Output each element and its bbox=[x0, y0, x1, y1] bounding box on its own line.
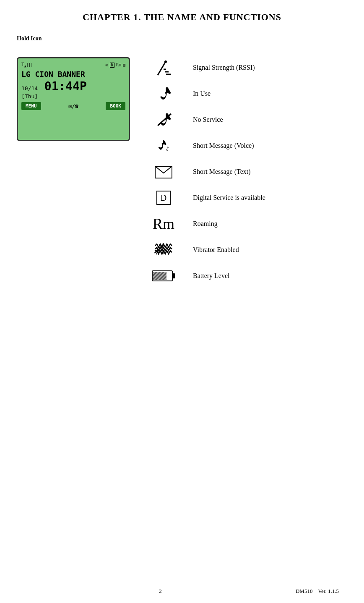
icon-row-roaming: Rm Roaming bbox=[143, 211, 347, 237]
no-service-label: No Service bbox=[185, 116, 347, 123]
footer-page-number: 2 bbox=[159, 588, 162, 595]
icon-row-sms-text: Short Message (Text) bbox=[143, 159, 347, 185]
phone-day: [Thu] bbox=[21, 93, 125, 100]
phone-signal: T▲||| bbox=[21, 62, 33, 68]
phone-status-bar: T▲||| ✉ D Rm ▤ bbox=[21, 62, 125, 68]
in-use-label: In Use bbox=[185, 90, 347, 97]
page-title: CHAPTER 1. THE NAME AND FUNCTIONS bbox=[0, 0, 364, 31]
icon-row-inuse: In Use bbox=[143, 81, 347, 107]
signal-strength-label: Signal Strength (RSSI) bbox=[185, 64, 347, 71]
icon-row-vibrator: ⁂ Vibrator Enabled bbox=[143, 237, 347, 263]
content-area: T▲||| ✉ D Rm ▤ LG CION BANNER 10/14 01:4… bbox=[0, 49, 364, 289]
phone-center-btn: ✉/☎ bbox=[68, 103, 78, 109]
phone-date: 10/14 01:44P bbox=[21, 79, 125, 93]
phone-icons: ✉ D Rm ▤ bbox=[105, 63, 125, 68]
footer-right: DM510 Ver. 1.1.5 bbox=[296, 588, 339, 595]
icon-row-noservice: No Service bbox=[143, 107, 347, 133]
sms-voice-svg: ℓ bbox=[154, 136, 173, 155]
digital-service-icon: D bbox=[143, 191, 185, 205]
svg-rect-13 bbox=[153, 272, 166, 280]
battery-level-label: Battery Level bbox=[185, 272, 347, 280]
roaming-label: Roaming bbox=[185, 220, 347, 228]
svg-point-4 bbox=[164, 60, 167, 63]
sms-voice-label: Short Message (Voice) bbox=[185, 142, 347, 149]
vibrator-svg: ⁂ bbox=[153, 241, 174, 258]
phone-menu-btn: MENU bbox=[21, 102, 41, 110]
in-use-icon bbox=[143, 84, 185, 103]
sms-voice-icon: ℓ bbox=[143, 136, 185, 155]
phone-book-btn: BOOK bbox=[106, 102, 125, 110]
phone-time: 01:44P bbox=[44, 79, 87, 93]
vibrator-icon: ⁂ bbox=[143, 241, 185, 258]
phone-mockup: T▲||| ✉ D Rm ▤ LG CION BANNER 10/14 01:4… bbox=[17, 57, 130, 141]
phone-rm-icon: Rm bbox=[116, 63, 121, 68]
no-service-icon bbox=[143, 110, 185, 129]
d-box: D bbox=[156, 191, 171, 205]
icon-row-digital: D Digital Service is available bbox=[143, 185, 347, 211]
page-footer: 2 DM510 Ver. 1.1.5 bbox=[0, 588, 364, 595]
phone-battery-icon: ▤ bbox=[123, 63, 125, 68]
roaming-icon: Rm bbox=[143, 215, 185, 233]
noservice-svg bbox=[154, 110, 173, 129]
signal-strength-icon bbox=[143, 58, 185, 78]
left-panel: T▲||| ✉ D Rm ▤ LG CION BANNER 10/14 01:4… bbox=[17, 53, 143, 289]
battery-level-icon bbox=[143, 269, 185, 283]
icon-row-signal: Signal Strength (RSSI) bbox=[143, 55, 347, 81]
sms-text-label: Short Message (Text) bbox=[185, 168, 347, 176]
battery-svg bbox=[151, 269, 176, 283]
phone-bottom-bar: MENU ✉/☎ BOOK bbox=[21, 102, 125, 110]
icon-row-sms-voice: ℓ Short Message (Voice) bbox=[143, 133, 347, 159]
svg-line-0 bbox=[158, 61, 166, 75]
inuse-svg bbox=[154, 84, 173, 103]
phone-d-icon: D bbox=[110, 63, 114, 68]
phone-carrier: LG CION BANNER bbox=[21, 70, 125, 79]
sms-text-icon bbox=[143, 164, 185, 180]
digital-service-label: Digital Service is available bbox=[185, 194, 347, 202]
section-label: Hold Icon bbox=[0, 31, 364, 49]
envelope-svg bbox=[153, 164, 174, 180]
signal-svg bbox=[153, 58, 174, 78]
icon-row-battery: Battery Level bbox=[143, 263, 347, 289]
svg-text:ℓ: ℓ bbox=[166, 146, 169, 152]
phone-msg-icon: ✉ bbox=[105, 63, 108, 68]
svg-rect-10 bbox=[172, 273, 175, 278]
vibrator-label: Vibrator Enabled bbox=[185, 246, 347, 254]
rm-text: Rm bbox=[153, 215, 174, 233]
icons-list: Signal Strength (RSSI) In Use bbox=[143, 53, 347, 289]
